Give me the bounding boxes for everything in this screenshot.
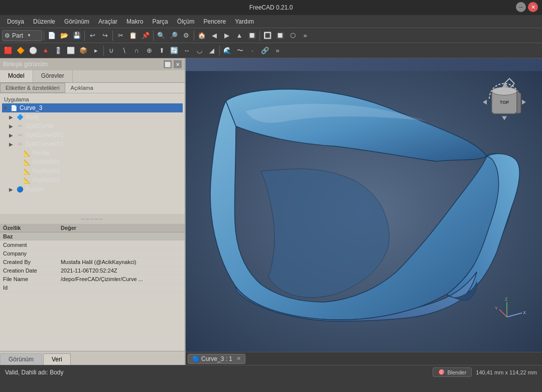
menubar: DosyaDüzenleGörünümAraçlarMakroParçaÖlçü… — [0, 15, 542, 28]
view-left-button[interactable]: ◀ — [208, 30, 220, 42]
menu-item-araçlar[interactable]: Araçlar — [94, 17, 121, 26]
prop-val-id[interactable] — [58, 284, 185, 292]
prop-key-company: Company — [0, 249, 58, 258]
extrude-button[interactable]: ⬆ — [156, 45, 168, 57]
tab-model[interactable]: Model — [0, 70, 33, 82]
view-back-button[interactable]: 🔲 — [274, 30, 286, 42]
prop-val-comment[interactable] — [58, 241, 185, 249]
statusbar: Valid, Dahili adı: Body 🎯 Blender 140,41… — [0, 365, 542, 379]
tree-icon-splitcurve: ✂ — [16, 122, 24, 130]
tree-label-profile001: Profile001 — [33, 159, 60, 166]
menu-item-dosya[interactable]: Dosya — [3, 17, 28, 26]
open-button[interactable]: 📂 — [58, 30, 70, 42]
blender-button[interactable]: 🎯 Blender — [433, 367, 472, 377]
mirror-button[interactable]: ↔ — [181, 45, 193, 57]
view-iso-button[interactable]: ⬡ — [287, 30, 299, 42]
boolean-union-button[interactable]: ∪ — [105, 45, 117, 57]
tree-icon-profile002: 📐 — [23, 167, 31, 175]
tree-item-profile002[interactable]: 📐 Profile002 — [2, 167, 183, 176]
menu-item-makro[interactable]: Makro — [122, 17, 147, 26]
table-row: Comment — [0, 241, 185, 249]
tree-item-body[interactable]: ▶ 🔷 Body — [2, 112, 183, 121]
viewport[interactable]: TOP X Z Y 🔵 Curve_3 : 1 ✕ — [186, 58, 542, 365]
prop-val-creationdate[interactable]: 2021-11-06T20:52:24Z — [58, 267, 185, 275]
prism-button[interactable]: 📦 — [77, 45, 89, 57]
tree-icon-profile001: 📐 — [23, 158, 31, 166]
tab-gorunum[interactable]: Görünüm — [0, 353, 42, 365]
cylinder-button[interactable]: 🔶 — [15, 45, 27, 57]
view-perspective-button[interactable]: 🔲 — [246, 30, 258, 42]
properties-button[interactable]: ⚙ — [180, 30, 192, 42]
panel-close-button[interactable]: ✕ — [174, 60, 182, 68]
tree-item-profile[interactable]: 📐 Profile — [2, 149, 183, 158]
prop-val-filename[interactable]: /depo/FreeCAD/Çizimler/Curve ... — [58, 275, 185, 284]
tree-expand-splitcurve001: ▶ — [9, 133, 16, 138]
copy-button[interactable]: 📋 — [127, 30, 139, 42]
panel-expand-button[interactable]: ⬜ — [164, 60, 172, 68]
undo-button[interactable]: ↩ — [86, 30, 98, 42]
prop-val-company[interactable] — [58, 249, 185, 258]
sphere-button[interactable]: ⚪ — [27, 45, 39, 57]
col-property: Özellik — [0, 224, 58, 232]
prop-val-createdby[interactable]: Mustafa Halil (@AcikKaynakci) — [58, 258, 185, 267]
save-button[interactable]: 💾 — [71, 30, 83, 42]
cone-button[interactable]: 🔺 — [40, 45, 52, 57]
boolean-intersection-button[interactable]: ∩ — [130, 45, 143, 57]
more2-button[interactable]: ▸ — [90, 45, 102, 57]
tube-button[interactable]: ⬜ — [65, 45, 77, 57]
status-text: Valid, Dahili adı: Body — [5, 369, 64, 376]
point-button[interactable]: · — [246, 45, 258, 57]
tree-item-splitcurve001[interactable]: ▶ ✂ SplitCurve001 — [2, 130, 183, 140]
boolean-cut-button[interactable]: ∖ — [118, 45, 130, 57]
more-button[interactable]: » — [299, 30, 311, 42]
menu-item-pencere[interactable]: Pencere — [199, 17, 230, 26]
tree-expand-body: ▶ — [9, 114, 16, 120]
tree-label-profile002: Profile002 — [33, 168, 60, 175]
surface-button[interactable]: 🌊 — [221, 45, 233, 57]
curve-button[interactable]: 〜 — [234, 45, 246, 57]
tab-veri[interactable]: Veri — [43, 353, 71, 365]
tree-icon-profile: 📐 — [23, 149, 31, 157]
redo-button[interactable]: ↪ — [99, 30, 111, 42]
menu-item-düzenle[interactable]: Düzenle — [29, 17, 59, 26]
view-top-button[interactable]: ▲ — [233, 30, 245, 42]
subtab-description[interactable]: Açıklama — [65, 83, 99, 93]
tree-item-curve3[interactable]: ▼ 📄 Curve_3 — [2, 103, 183, 112]
menu-item-yardım[interactable]: Yardım — [231, 17, 258, 26]
compound-button[interactable]: 🔗 — [259, 45, 271, 57]
menu-item-ölçüm[interactable]: Ölçüm — [173, 17, 199, 26]
revolve-button[interactable]: 🔄 — [168, 45, 180, 57]
tree-item-fusion[interactable]: ▶ 🔵 Fusion — [2, 185, 183, 194]
tree-item-profile001[interactable]: 📐 Profile001 — [2, 158, 183, 167]
view-right-button[interactable]: ▶ — [221, 30, 233, 42]
workbench-dropdown[interactable]: ⚙ Part ▼ — [2, 30, 42, 41]
close-button[interactable]: ✕ — [528, 2, 538, 12]
vp-tab-close-button[interactable]: ✕ — [236, 355, 241, 362]
minimize-button[interactable]: ─ — [516, 2, 526, 12]
box-button[interactable]: 🟥 — [2, 45, 14, 57]
paste-button[interactable]: 📌 — [140, 30, 152, 42]
panel-divider[interactable]: ───── — [0, 214, 185, 224]
zoom-fit-button[interactable]: 🔍 — [155, 30, 167, 42]
menu-item-parça[interactable]: Parça — [148, 17, 172, 26]
more3-button[interactable]: » — [272, 45, 284, 57]
view-home-button[interactable]: 🏠 — [196, 30, 208, 42]
torus-button[interactable]: 💈 — [52, 45, 64, 57]
viewport-tabbar: 🔵 Curve_3 : 1 ✕ — [186, 352, 542, 365]
view-front-button[interactable]: 🔳 — [261, 30, 274, 42]
tree-item-splitcurve[interactable]: ▶ ✂ SplitCurve — [2, 121, 183, 130]
tree-item-profile003[interactable]: 📐 Profile003 — [2, 176, 183, 185]
viewport-tab-curve3[interactable]: 🔵 Curve_3 : 1 ✕ — [188, 354, 245, 364]
subtab-labels[interactable]: Etiketler & öznitelikleri — [0, 83, 65, 93]
tab-gorevler[interactable]: Görevler — [33, 70, 73, 82]
dimensions-display: 140,41 mm x 114,22 mm — [476, 369, 537, 375]
fillet-button[interactable]: ◡ — [193, 45, 205, 57]
boolean-section-button[interactable]: ⊕ — [143, 45, 155, 57]
zoom-in-button[interactable]: 🔎 — [168, 30, 180, 42]
menu-item-görünüm[interactable]: Görünüm — [60, 17, 93, 26]
tree-expand-fusion: ▶ — [9, 187, 16, 192]
tree-item-splitcurve002[interactable]: ▶ ✂ SplitCurve002 — [2, 140, 183, 149]
chamfer-button[interactable]: ◢ — [206, 45, 218, 57]
cut-button[interactable]: ✂ — [114, 30, 126, 42]
new-button[interactable]: 📄 — [46, 30, 58, 42]
